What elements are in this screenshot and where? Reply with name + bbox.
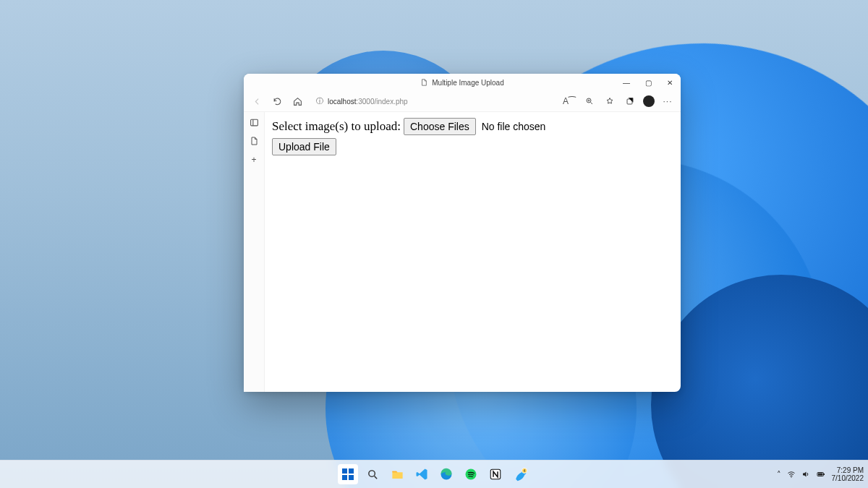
tray-overflow-chevron-icon[interactable]: ˄ — [777, 470, 781, 479]
vertical-tab-strip: + — [244, 112, 265, 392]
file-explorer-icon[interactable] — [387, 464, 407, 484]
address-bar[interactable]: ⓘ localhost:3000/index.php — [310, 94, 556, 108]
window-controls: — ▢ ✕ — [616, 74, 681, 91]
back-button[interactable] — [250, 94, 264, 108]
choose-files-button[interactable]: Choose Files — [404, 118, 476, 135]
edge-browser-icon[interactable] — [436, 464, 456, 484]
vscode-icon[interactable] — [412, 464, 432, 484]
more-menu-button[interactable]: ··· — [660, 94, 675, 108]
wifi-icon[interactable] — [787, 470, 796, 479]
page-icon — [420, 79, 427, 86]
svg-rect-13 — [824, 474, 825, 475]
svg-point-3 — [368, 470, 374, 476]
battery-icon[interactable] — [816, 470, 826, 479]
tray-time: 7:29 PM — [837, 466, 864, 474]
taskbar-center: 4 — [338, 464, 530, 484]
svg-point-10 — [791, 476, 791, 477]
pinned-app-icon[interactable]: 4 — [510, 464, 530, 484]
read-aloud-icon[interactable]: A⁀ — [562, 94, 576, 108]
start-button[interactable] — [338, 464, 358, 484]
notion-icon[interactable] — [485, 464, 506, 484]
profile-avatar[interactable] — [643, 95, 655, 107]
minimize-button[interactable]: — — [616, 74, 637, 91]
windows-logo-icon — [342, 468, 354, 480]
svg-rect-2 — [250, 119, 258, 126]
close-button[interactable]: ✕ — [659, 74, 681, 91]
tab-title-text: Multiple Image Upload — [432, 79, 504, 87]
zoom-icon[interactable] — [582, 94, 597, 108]
refresh-button[interactable] — [270, 94, 284, 108]
titlebar[interactable]: Multiple Image Upload — ▢ ✕ — [244, 74, 681, 91]
system-tray[interactable]: ˄ 7:29 PM 7/10/2022 — [777, 466, 864, 482]
page-content: Select image(s) to upload: Choose Files … — [265, 112, 681, 392]
vertical-tabs-toggle-icon[interactable] — [248, 116, 260, 128]
search-button[interactable] — [362, 464, 383, 484]
tray-date: 7/10/2022 — [832, 474, 864, 482]
favorites-icon[interactable] — [603, 94, 617, 108]
home-button[interactable] — [290, 94, 305, 108]
url-host: localhost — [328, 98, 356, 106]
taskbar: 4 ˄ 7:29 PM 7/10/2022 — [0, 460, 868, 488]
browser-window: Multiple Image Upload — ▢ ✕ ⓘ localhost:… — [244, 74, 681, 392]
site-info-icon[interactable]: ⓘ — [316, 96, 323, 106]
vertical-tab-page-icon[interactable] — [248, 135, 260, 147]
browser-toolbar: ⓘ localhost:3000/index.php A⁀ ··· — [244, 91, 681, 112]
volume-icon[interactable] — [801, 470, 810, 479]
maximize-button[interactable]: ▢ — [637, 74, 659, 91]
new-tab-button[interactable]: + — [248, 154, 260, 166]
collections-icon[interactable] — [623, 94, 637, 108]
upload-file-button[interactable]: Upload File — [272, 138, 336, 155]
file-chosen-status: No file chosen — [482, 121, 546, 132]
upload-label: Select image(s) to upload: — [272, 119, 401, 134]
svg-text:4: 4 — [523, 469, 525, 473]
clock[interactable]: 7:29 PM 7/10/2022 — [832, 466, 864, 482]
svg-rect-12 — [818, 474, 823, 476]
spotify-icon[interactable] — [461, 464, 481, 484]
tab-title[interactable]: Multiple Image Upload — [420, 79, 504, 87]
url-path: :3000/index.php — [356, 98, 407, 106]
desktop: Multiple Image Upload — ▢ ✕ ⓘ localhost:… — [0, 0, 868, 488]
